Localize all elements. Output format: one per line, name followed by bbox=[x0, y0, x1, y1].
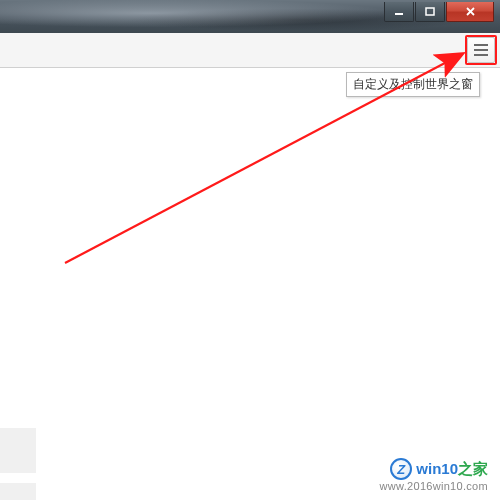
close-button[interactable] bbox=[446, 2, 494, 22]
maximize-button[interactable] bbox=[415, 2, 445, 22]
svg-rect-1 bbox=[426, 8, 434, 15]
annotation-highlight bbox=[465, 35, 497, 65]
content-area: 自定义及控制世界之窗 Z win10之家 www.2016win10.com bbox=[0, 68, 500, 500]
minimize-button[interactable] bbox=[384, 2, 414, 22]
watermark-url: www.2016win10.com bbox=[380, 480, 488, 492]
main-menu-button[interactable] bbox=[467, 37, 495, 63]
close-icon bbox=[465, 6, 476, 17]
browser-toolbar bbox=[0, 33, 500, 68]
sidebar-block bbox=[0, 428, 36, 473]
window-titlebar bbox=[0, 0, 500, 33]
minimize-icon bbox=[394, 7, 404, 17]
maximize-icon bbox=[425, 7, 435, 17]
watermark-logo-icon: Z bbox=[390, 458, 412, 480]
svg-rect-0 bbox=[395, 13, 403, 15]
watermark: Z win10之家 www.2016win10.com bbox=[380, 458, 488, 492]
watermark-brand: win10之家 bbox=[416, 460, 488, 479]
sidebar-block bbox=[0, 483, 36, 500]
menu-tooltip: 自定义及控制世界之窗 bbox=[346, 72, 480, 97]
